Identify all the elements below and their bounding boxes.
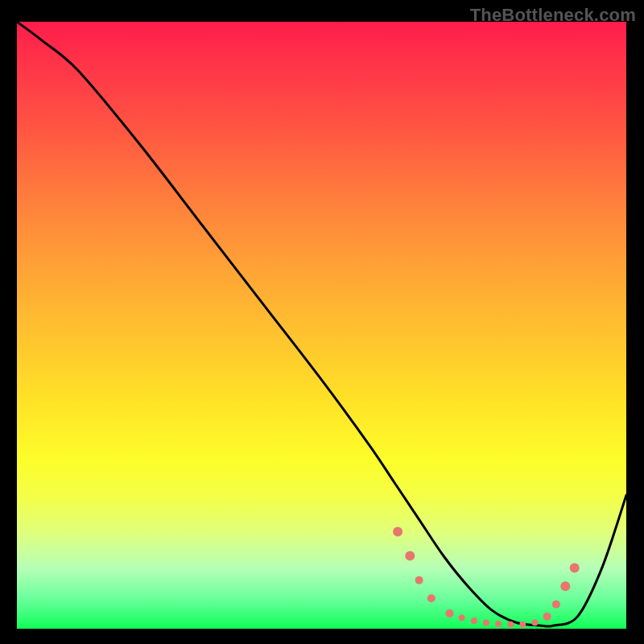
watermark-text: TheBottleneck.com (470, 5, 636, 26)
curve-marker-dot (531, 620, 538, 626)
curve-marker-dot (405, 551, 415, 561)
curve-marker-dot (543, 613, 551, 621)
curve-marker-dot (495, 621, 502, 627)
curve-marker-dot (446, 609, 454, 617)
curve-marker-dot (415, 576, 423, 584)
curve-marker-dot (570, 564, 580, 573)
bottleneck-curve-path (17, 22, 626, 626)
curve-marker-dot (427, 594, 436, 602)
curve-marker-dot (519, 621, 526, 628)
chart-frame: TheBottleneck.com (0, 0, 644, 644)
curve-marker-dot (552, 601, 560, 609)
curve-layer (17, 22, 626, 629)
curve-marker-dot (507, 621, 514, 628)
curve-marker-dot (471, 617, 477, 624)
plot-area (17, 22, 626, 629)
curve-marker-dot (483, 620, 489, 626)
curve-markers (393, 526, 580, 627)
curve-marker-dot (393, 526, 402, 536)
curve-marker-dot (560, 581, 570, 591)
curve-marker-dot (459, 614, 465, 621)
